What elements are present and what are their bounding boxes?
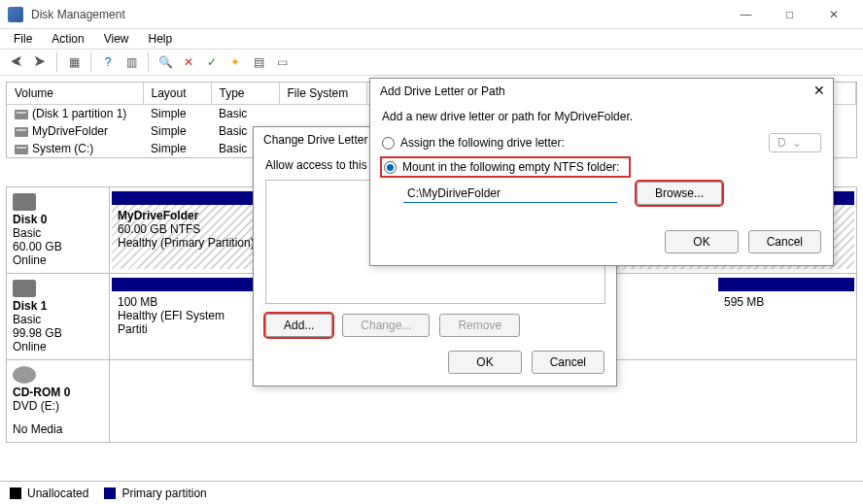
- list-icon[interactable]: ▭: [271, 51, 293, 73]
- remove-button[interactable]: Remove: [439, 314, 520, 337]
- swatch-unallocated: [10, 487, 21, 499]
- back-icon[interactable]: ⮜: [6, 51, 27, 73]
- col-layout[interactable]: Layout: [143, 83, 211, 105]
- layout-icon[interactable]: ▥: [121, 51, 142, 73]
- legend: Unallocated Primary partition: [0, 481, 863, 504]
- new-icon[interactable]: ✦: [224, 51, 246, 73]
- dialog-close-icon[interactable]: ✕: [813, 83, 825, 98]
- dialog2-intro: Add a new drive letter or path for MyDri…: [382, 110, 821, 123]
- delete-icon[interactable]: ✕: [178, 51, 199, 73]
- disk-info[interactable]: Disk 1 Basic 99.98 GB Online: [7, 274, 110, 359]
- folder-path-input[interactable]: [403, 185, 617, 203]
- disk-info[interactable]: Disk 0 Basic 60.00 GB Online: [7, 187, 110, 273]
- swatch-primary: [104, 487, 116, 499]
- menu-action[interactable]: Action: [44, 30, 91, 48]
- app-icon: [8, 7, 23, 22]
- radio-unchecked-icon: [382, 137, 395, 150]
- window-title: Disk Management: [31, 8, 724, 21]
- disk-info[interactable]: CD-ROM 0 DVD (E:) No Media: [7, 360, 110, 442]
- drive-letter-select[interactable]: D ⌄: [769, 133, 821, 152]
- properties-icon[interactable]: ▤: [248, 51, 269, 73]
- menu-file[interactable]: File: [6, 30, 40, 48]
- maximize-button[interactable]: □: [768, 0, 811, 29]
- ok-button[interactable]: OK: [448, 351, 521, 374]
- cancel-button[interactable]: Cancel: [532, 351, 604, 374]
- minimize-button[interactable]: —: [724, 0, 768, 29]
- search-icon[interactable]: 🔍: [155, 51, 176, 73]
- check-icon[interactable]: ✓: [201, 51, 223, 73]
- title-bar: Disk Management — □ ✕: [0, 0, 863, 29]
- drive-icon: [15, 110, 28, 119]
- menu-help[interactable]: Help: [141, 30, 181, 48]
- disk-icon: [13, 193, 36, 211]
- dialog2-title: Add Drive Letter or Path: [370, 79, 833, 104]
- grid-icon[interactable]: ▦: [63, 51, 85, 73]
- partition[interactable]: 100 MB Healthy (EFI System Partiti: [112, 278, 258, 355]
- mount-folder-option[interactable]: Mount in the following empty NTFS folder…: [384, 160, 619, 174]
- dialog2-cancel-button[interactable]: Cancel: [748, 230, 821, 253]
- browse-button[interactable]: Browse...: [637, 182, 722, 205]
- close-button[interactable]: ✕: [811, 0, 855, 29]
- toolbar: ⮜ ⮞ ▦ ? ▥ 🔍 ✕ ✓ ✦ ▤ ▭: [0, 49, 863, 76]
- menu-view[interactable]: View: [96, 30, 137, 48]
- drive-icon: [15, 127, 28, 137]
- col-filesystem[interactable]: File System: [279, 83, 366, 105]
- radio-checked-icon: [384, 161, 397, 174]
- menu-bar: File Action View Help: [0, 29, 863, 49]
- add-button[interactable]: Add...: [265, 314, 332, 337]
- col-type[interactable]: Type: [211, 83, 279, 105]
- partition[interactable]: 595 MB: [718, 278, 854, 355]
- help-icon[interactable]: ?: [97, 51, 119, 73]
- drive-icon: [15, 145, 28, 154]
- disk-icon: [13, 280, 36, 297]
- forward-icon[interactable]: ⮞: [29, 51, 51, 73]
- cdrom-icon: [13, 366, 36, 384]
- assign-letter-option[interactable]: Assign the following drive letter:: [382, 136, 565, 150]
- change-button[interactable]: Change...: [342, 314, 430, 337]
- add-drive-letter-dialog: Add Drive Letter or Path ✕ Add a new dri…: [369, 78, 834, 266]
- col-volume[interactable]: Volume: [7, 83, 143, 105]
- dialog2-ok-button[interactable]: OK: [665, 230, 738, 253]
